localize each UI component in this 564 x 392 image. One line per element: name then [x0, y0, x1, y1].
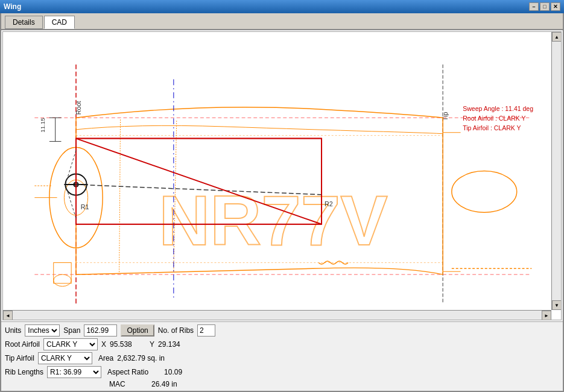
cad-drawing-area: Root Tip NR77V	[2, 31, 562, 320]
y-value: 29.134	[158, 340, 194, 349]
svg-text:R1: R1	[81, 203, 89, 210]
area-label: Area	[98, 354, 113, 362]
units-label: Units	[5, 326, 21, 335]
canvas: Root Tip NR77V	[3, 32, 551, 310]
svg-text:R2: R2	[325, 200, 333, 207]
scroll-right-button[interactable]: ►	[542, 311, 551, 320]
svg-text:11.15: 11.15	[39, 118, 46, 133]
close-button[interactable]: ✕	[551, 2, 560, 11]
root-airfoil-label: Root Airfoil : CLARK Y	[463, 114, 533, 124]
scroll-up-button[interactable]: ▲	[552, 32, 562, 42]
bottom-controls: Units Inches Span Option No. of Ribs Roo…	[1, 321, 563, 391]
aspect-ratio-label: Aspect Ratio	[107, 368, 148, 376]
cad-info-overlay: Sweep Angle : 11.41 deg Root Airfoil : C…	[463, 104, 533, 133]
sweep-angle-label: Sweep Angle : 11.41 deg	[463, 104, 533, 114]
window-body: Details CAD Root Tip	[0, 13, 564, 392]
x-label: X	[101, 340, 106, 349]
control-row-3: Tip Airfoil CLARK Y Area 2,632.79 sq. in	[5, 352, 559, 364]
tip-airfoil-select[interactable]: CLARK Y	[38, 352, 92, 364]
scroll-left-button[interactable]: ◄	[3, 311, 13, 320]
tab-bar: Details CAD	[1, 13, 563, 30]
tab-details[interactable]: Details	[5, 16, 43, 29]
title-bar: Wing – □ ✕	[0, 0, 564, 13]
scroll-h-track[interactable]	[13, 311, 542, 320]
area-value: 2,632.79 sq. in	[117, 354, 183, 362]
mac-label: MAC	[109, 380, 125, 388]
control-row-1: Units Inches Span Option No. of Ribs	[5, 324, 559, 337]
horizontal-scrollbar[interactable]: ◄ ►	[3, 310, 551, 320]
svg-text:NR77V: NR77V	[159, 180, 387, 260]
span-label: Span	[63, 326, 80, 335]
tab-cad[interactable]: CAD	[44, 16, 75, 29]
option-button[interactable]: Option	[121, 324, 154, 337]
no-of-ribs-input[interactable]	[197, 324, 215, 337]
scroll-v-track[interactable]	[552, 42, 561, 300]
root-airfoil-select[interactable]: CLARK Y	[43, 338, 98, 350]
mac-value: 26.49 in	[129, 380, 177, 388]
control-row-5: MAC 26.49 in	[5, 380, 559, 388]
y-label: Y	[150, 340, 154, 349]
svg-rect-0	[17, 32, 537, 310]
control-row-2: Root Airfoil CLARK Y X 95.538 Y 29.134	[5, 338, 559, 350]
x-value: 95.538	[110, 340, 146, 349]
no-of-ribs-label: No. of Ribs	[158, 326, 194, 335]
tip-airfoil-label: Tip Airfoil : CLARK Y	[463, 124, 533, 133]
root-airfoil-label: Root Airfoil	[5, 340, 40, 349]
maximize-button[interactable]: □	[540, 2, 550, 11]
tip-airfoil-label: Tip Airfoil	[5, 354, 34, 362]
vertical-scrollbar[interactable]: ▲ ▼	[551, 32, 561, 310]
control-row-4: Rib Lengths R1: 36.99 Aspect Ratio 10.09	[5, 366, 559, 378]
aspect-ratio-value: 10.09	[152, 368, 182, 376]
rib-lengths-select[interactable]: R1: 36.99	[47, 366, 101, 378]
svg-text:Root: Root	[75, 101, 82, 115]
units-select[interactable]: Inches	[25, 324, 60, 337]
span-input[interactable]	[84, 324, 117, 337]
rib-lengths-label: Rib Lengths	[5, 368, 43, 376]
minimize-button[interactable]: –	[529, 2, 539, 11]
scroll-down-button[interactable]: ▼	[552, 300, 562, 310]
window-controls: – □ ✕	[529, 2, 560, 11]
window-title: Wing	[4, 2, 21, 11]
